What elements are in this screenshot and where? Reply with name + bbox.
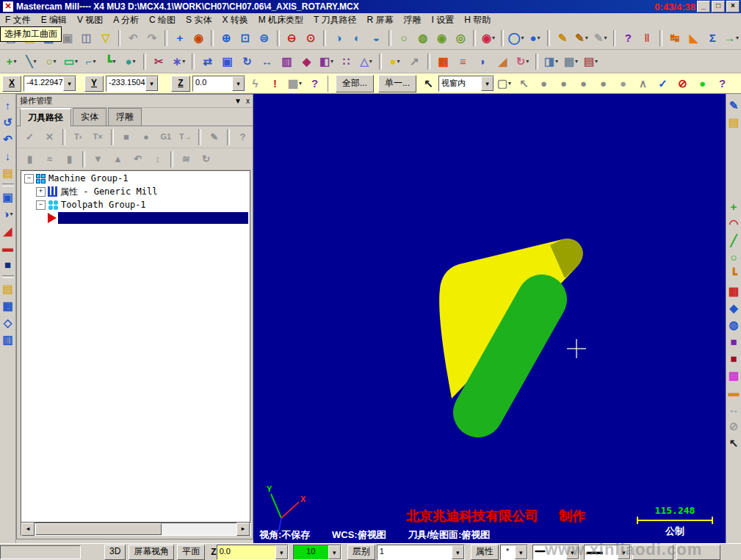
ops-help-icon[interactable]: ? (234, 128, 252, 147)
wcs-button[interactable] (632, 545, 673, 560)
surface-folder-icon[interactable]: ▤ (0, 164, 16, 181)
post-g1-icon[interactable]: G1 (156, 128, 175, 147)
menu-item-screen[interactable]: R 屏幕 (362, 13, 399, 27)
xform-scale-icon[interactable]: ▥ (278, 52, 296, 71)
z-coordinate-combo[interactable]: 0.0 ▾ (192, 76, 245, 92)
select-mode-1-icon[interactable]: ● (535, 74, 553, 93)
exit-toolpath-dropdown-icon[interactable]: ▾ (736, 34, 739, 41)
create-fillet-icon[interactable]: ⌐▾ (82, 52, 100, 71)
menu-item-machine-type[interactable]: M 机床类型 (253, 13, 308, 27)
move-insert-icon[interactable]: ↶ (129, 150, 147, 169)
regen-icon[interactable]: ◐ (349, 29, 366, 48)
selection-scope-combo[interactable]: 视窗内 ▾ (438, 76, 494, 92)
exit-toolpath-icon[interactable]: →▾ (723, 29, 740, 48)
line-width-combo[interactable]: ▬▬ ▾ (584, 545, 631, 560)
attr-polyline-icon[interactable]: ┗ (726, 266, 741, 283)
color-combo[interactable]: 10 ▾ (293, 545, 341, 560)
attr-square-red-icon[interactable]: ■ (726, 350, 741, 367)
point-style-dropdown-icon[interactable]: ▾ (515, 545, 527, 559)
fastpoint-mode-icon[interactable]: ▩▾ (286, 74, 304, 93)
x-coordinate-value[interactable]: -41.22947 (24, 76, 63, 91)
zoom-fit-icon[interactable]: ⊜ (256, 29, 273, 48)
create-rectangle-dropdown-icon[interactable]: ▾ (75, 58, 78, 65)
z-depth-combo[interactable]: 0.0 ▾ (217, 545, 289, 560)
attr-line-icon[interactable]: ╱ (726, 232, 741, 249)
tab-solids[interactable]: 实体 (73, 108, 106, 126)
surface-up-icon[interactable]: ↑ (0, 97, 16, 114)
create-point-icon[interactable]: +▾ (2, 52, 21, 71)
scroll-insert-icon[interactable]: ↕ (148, 150, 167, 169)
plane-button[interactable]: 平面 (177, 545, 205, 560)
surface-flag-folder-icon[interactable]: ▤ (0, 280, 16, 297)
zoom-window-icon[interactable]: ⊡ (236, 29, 254, 48)
analyze-filter-icon[interactable]: ◣ (685, 29, 703, 48)
select-single-button[interactable]: 单一... (378, 75, 416, 92)
move-up-icon[interactable]: ▲ (109, 150, 127, 169)
select-help-icon[interactable]: ? (713, 74, 731, 93)
rotate-axis-icon[interactable]: ↻▾ (513, 52, 532, 71)
attr-folder-icon[interactable]: ▤ (726, 114, 741, 131)
menu-item-create[interactable]: C 绘图 (144, 13, 181, 27)
y-dropdown-icon[interactable]: ▾ (145, 76, 158, 91)
smart-point-dropdown-icon[interactable]: ▾ (182, 58, 185, 65)
edit-disabled-icon[interactable]: ✎▾ (592, 29, 610, 48)
fastpoint-apply-icon[interactable]: ϟ (246, 74, 264, 93)
shade-half-icon[interactable]: ◗ (474, 52, 492, 71)
attr-disabled-icon[interactable]: ⊘ (726, 418, 741, 434)
attr-grid-icon[interactable]: ▦ (726, 283, 741, 299)
menu-item-art[interactable]: 浮雕 (399, 13, 427, 27)
shaded-icon[interactable]: ◉ (433, 29, 451, 48)
edit-multi-dropdown-icon[interactable]: ▾ (585, 34, 588, 41)
create-fillet-dropdown-icon[interactable]: ▾ (93, 58, 95, 65)
operations-tree[interactable]: −Machine Group-1+属性 - Generic Mill−Toolp… (21, 170, 250, 523)
backplot-icon[interactable]: ■ (118, 128, 136, 147)
attr-circle-icon[interactable]: ○ (726, 249, 741, 266)
dynamic-rotate-icon[interactable]: ◉ (190, 29, 208, 48)
graphics-viewport[interactable]: Y X Z 视角:不保存 WCS:俯视图 刀具/绘图面:俯视图 北京兆迪科技有限… (253, 94, 726, 543)
create-polyline-dropdown-icon[interactable]: ▾ (113, 58, 116, 65)
menu-item-toolpaths[interactable]: T 刀具路径 (308, 13, 361, 27)
select-ok-icon[interactable]: ● (693, 74, 712, 93)
surface-solid-icon[interactable]: ■ (0, 256, 16, 273)
panel-close-icon[interactable]: x (246, 97, 250, 105)
menu-item-help[interactable]: H 帮助 (459, 13, 496, 27)
select-last-icon[interactable]: ∧ (634, 74, 652, 93)
isolate-dropdown-icon[interactable]: ▾ (555, 58, 558, 65)
print-preview-icon[interactable]: ◫ (78, 29, 95, 48)
z-axis-button[interactable]: Z (171, 76, 190, 92)
tree-label[interactable]: Machine Group-1 (48, 173, 128, 183)
trim-icon[interactable]: ✂ (150, 52, 168, 71)
highfeed-icon[interactable]: ✎ (205, 128, 223, 147)
menu-item-solids[interactable]: S 实体 (181, 13, 217, 27)
xform-mirror-dropdown-icon[interactable]: ▾ (330, 58, 333, 65)
xform-project-dropdown-icon[interactable]: ▾ (369, 58, 372, 65)
tree-row-toolpath-group[interactable]: −Toolpath Group-1 (21, 199, 250, 211)
attr-fill-icon[interactable]: ▬ (726, 384, 741, 401)
z-dropdown-icon[interactable]: ▾ (232, 76, 245, 91)
menu-item-file[interactable]: F 文件 (0, 13, 36, 27)
y-axis-button[interactable]: Y (84, 76, 104, 92)
toggle-toolpath-icon[interactable]: ≈ (40, 150, 59, 169)
edit-multi-icon[interactable]: ✎▾ (573, 29, 590, 48)
isolate-icon[interactable]: ◨▾ (542, 52, 560, 71)
attr-cursor-icon[interactable]: ↖ (726, 434, 741, 451)
color-value[interactable]: 10 (294, 545, 328, 559)
mode-3d-button[interactable]: 3D (104, 545, 126, 560)
smart-point-icon[interactable]: ∗▾ (170, 52, 188, 71)
tree-row-selected-new[interactable] (21, 212, 250, 224)
xform-stretch-icon[interactable]: ↔ (258, 52, 276, 71)
minimize-button[interactable]: _ (697, 1, 710, 12)
select-cursor-icon[interactable]: ↖ (515, 74, 533, 93)
level-button[interactable]: 层别 (347, 545, 375, 560)
gview-sphere-icon[interactable]: ●▾ (527, 29, 544, 48)
analyze-dynamic-icon[interactable]: ↹ (666, 29, 684, 48)
fastpoint-warn-icon[interactable]: ! (266, 74, 284, 93)
collapse-icon[interactable]: − (36, 200, 46, 210)
level-dropdown-icon[interactable]: ▾ (452, 545, 464, 559)
select-lightning-cursor-icon[interactable]: ↖ (419, 74, 438, 93)
x-coordinate-combo[interactable]: -41.22947 ▾ (24, 76, 76, 92)
only-toolpath-icon[interactable]: ≋ (177, 150, 195, 169)
line-style-dropdown-icon[interactable]: ▾ (566, 545, 579, 559)
grid-cube-icon[interactable]: ▦▾ (562, 52, 580, 71)
material-icon[interactable]: ◉▾ (480, 29, 497, 48)
